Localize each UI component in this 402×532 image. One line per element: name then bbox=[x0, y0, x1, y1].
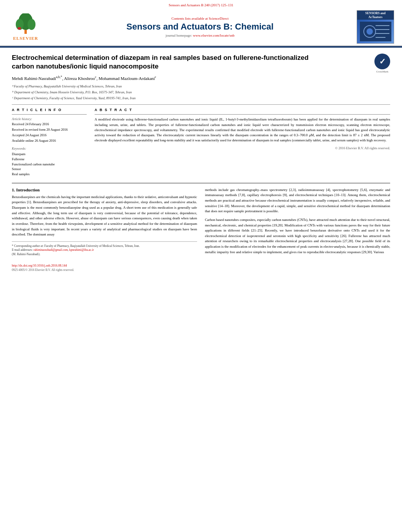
sensors-logo-image bbox=[357, 20, 394, 43]
intro-paragraph-3: Carbon based nanotubes composites, espec… bbox=[205, 217, 390, 255]
affiliation-a: ᵃ Faculty of Pharmacy, Baqiyatallah Univ… bbox=[12, 84, 390, 89]
revised-date: Received in revised form 20 August 2016 bbox=[12, 128, 87, 132]
author-mazloum: Mohammad Mazloum-Ardakanic bbox=[99, 76, 156, 81]
keywords-subtitle: Keywords: bbox=[12, 146, 87, 150]
author-rahimi: Mehdi Rahimi-Nasrabadia,b,* bbox=[12, 76, 62, 81]
authors-line: Mehdi Rahimi-Nasrabadia,b,*, Alireza Kho… bbox=[12, 75, 390, 82]
body-divider bbox=[12, 183, 390, 184]
affiliation-c: ᶜ Department of Chemistry, Faculty of Sc… bbox=[12, 96, 390, 101]
received-date: Received 24 February 2016 bbox=[12, 122, 87, 127]
abstract-title: A B S T R A C T bbox=[95, 108, 390, 112]
sensors-actuators-logo: SENSORS and AcTuators bbox=[357, 10, 394, 44]
crossmark-badge: ✓ CrossMark bbox=[374, 54, 390, 73]
email-2-link[interactable]: kpnrahimi@ihu.ac.ir bbox=[69, 248, 94, 252]
keyword-real-samples: Real samples bbox=[12, 172, 87, 177]
journal-name: Sensors and Actuators B: Chemical bbox=[43, 22, 357, 32]
intro-paragraph-2: methods include gas chromatography–mass … bbox=[205, 187, 390, 214]
crossmark-label: CrossMark bbox=[374, 70, 390, 73]
homepage-url[interactable]: www.elsevier.com/locate/snb bbox=[193, 33, 234, 37]
section-1-title: Introduction bbox=[16, 187, 40, 192]
keyword-fcnt: Functionalized carbon nanotube bbox=[12, 162, 87, 167]
elsevier-logo: ELSEVIER bbox=[8, 13, 43, 41]
sciencedirect-link[interactable]: ScienceDirect bbox=[209, 17, 229, 20]
contents-line: Contents lists available at ScienceDirec… bbox=[43, 17, 357, 20]
abstract-text: A modified electrode using fullerene-fun… bbox=[95, 117, 390, 143]
journal-title-center: Contents lists available at ScienceDirec… bbox=[43, 17, 357, 37]
elsevier-brand-text: ELSEVIER bbox=[13, 36, 38, 41]
svg-point-3 bbox=[28, 19, 35, 30]
abstract-divider bbox=[95, 114, 390, 115]
article-info-top-divider bbox=[12, 104, 390, 105]
article-info-divider bbox=[12, 114, 87, 115]
keyword-diazepam: Diazepam bbox=[12, 152, 87, 157]
body-col-left: 1. Introduction Benzodiazepines are the … bbox=[12, 187, 197, 258]
elsevier-tree-icon bbox=[14, 13, 37, 35]
body-col-right: methods include gas chromatography–mass … bbox=[205, 187, 390, 258]
section-1-heading: 1. Introduction bbox=[12, 187, 197, 192]
copyright-line: © 2016 Elsevier B.V. All rights reserved… bbox=[95, 146, 390, 150]
article-info-title: A R T I C L E I N F O bbox=[12, 108, 87, 112]
footer-copyright: 0925-4005/© 2016 Elsevier B.V. All right… bbox=[12, 268, 390, 272]
crossmark-icon: ✓ bbox=[374, 54, 390, 69]
section-1-number: 1. bbox=[12, 187, 15, 192]
history-subtitle: Article history: bbox=[12, 117, 87, 121]
svg-rect-4 bbox=[18, 27, 21, 30]
footnote-email-note: (M. Rahimi-Nasrabadi). bbox=[12, 252, 197, 257]
affiliation-b: ᵇ Department of Chemistry, Imam Hossein … bbox=[12, 90, 390, 95]
email-1-link[interactable]: rahiminasrabadi@gmail.com bbox=[34, 248, 68, 252]
page-footer: http://dx.doi.org/10.1016/j.snb.2016.08.… bbox=[0, 264, 402, 276]
doi-journal-line: Sensors and Actuators B 240 (2017) 125–1… bbox=[8, 3, 394, 7]
footnote-email: E-mail addresses: rahiminasrabadi@gmail.… bbox=[12, 248, 197, 252]
abstract-column: A B S T R A C T A modified electrode usi… bbox=[95, 108, 390, 176]
author-khoshroo: Alireza Khoshrooc bbox=[64, 76, 97, 81]
keywords-section: Keywords: Diazepam Fullerene Functionali… bbox=[12, 146, 87, 177]
online-date: Available online 26 August 2016 bbox=[12, 139, 87, 143]
homepage-line: journal homepage: www.elsevier.com/locat… bbox=[43, 33, 357, 37]
keyword-sensor: Sensor bbox=[12, 167, 87, 172]
article-info-column: A R T I C L E I N F O Article history: R… bbox=[12, 108, 87, 176]
keyword-fullerene: Fullerene bbox=[12, 157, 87, 162]
doi-link[interactable]: http://dx.doi.org/10.1016/j.snb.2016.08.… bbox=[12, 264, 390, 267]
article-title: Electrochemical determination of diazepa… bbox=[12, 54, 361, 71]
affiliations: ᵃ Faculty of Pharmacy, Baqiyatallah Univ… bbox=[12, 84, 390, 100]
accepted-date: Accepted 24 August 2016 bbox=[12, 133, 87, 138]
doi-journal-text: Sensors and Actuators B 240 (2017) 125–1… bbox=[169, 3, 233, 7]
intro-paragraph-1: Benzodiazepines are the chemicals having… bbox=[12, 195, 197, 237]
sensors-logo-top-text: SENSORS and AcTuators bbox=[357, 11, 394, 20]
footnote-area: * Corresponding author at: Faculty of Ph… bbox=[12, 241, 197, 257]
svg-point-7 bbox=[367, 28, 373, 35]
footnote-star: * Corresponding author at: Faculty of Ph… bbox=[12, 244, 197, 248]
